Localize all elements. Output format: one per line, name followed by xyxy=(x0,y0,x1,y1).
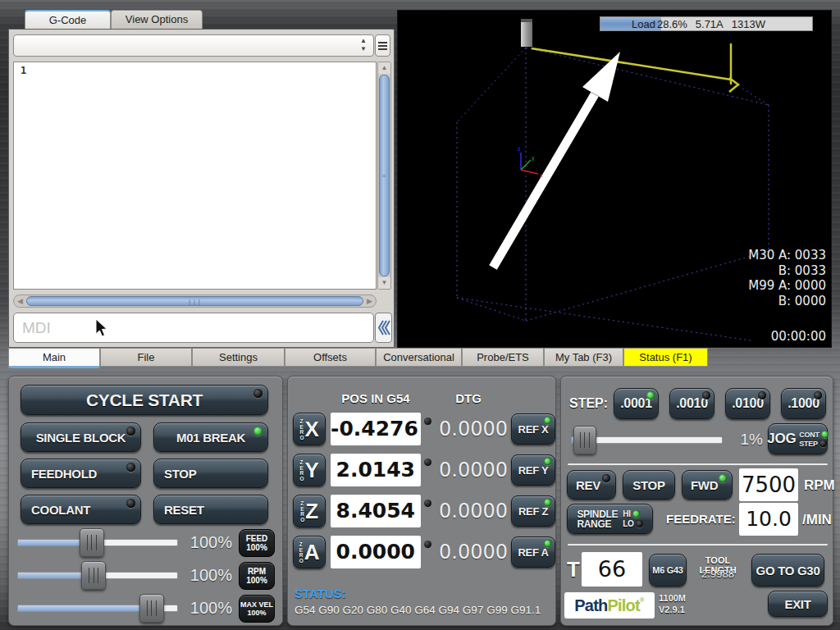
jog-cont-step-button[interactable]: JOG CONT STEP xyxy=(768,423,828,454)
tab-view-options-label: View Options xyxy=(126,13,188,25)
tab-file[interactable]: File xyxy=(100,348,192,367)
go-to-g30-button[interactable]: GO TO G30 xyxy=(751,554,824,587)
ref-y-button[interactable]: REF Y xyxy=(511,454,555,486)
ref-a-button[interactable]: REF A xyxy=(511,536,555,568)
vertical-scroll-thumb[interactable]: = xyxy=(379,75,390,276)
scroll-right-icon[interactable]: ▶ xyxy=(363,295,376,307)
tab-main[interactable]: Main xyxy=(8,348,100,368)
tab-status-f1[interactable]: Status (F1) xyxy=(623,348,708,367)
gcode-editor[interactable]: 1 xyxy=(13,62,377,290)
maxvel-handle[interactable] xyxy=(139,594,164,623)
scroll-left-icon[interactable]: ◀ xyxy=(14,295,26,307)
exit-label: EXIT xyxy=(784,597,810,611)
maxvel-100-button[interactable]: MAX VEL 100% xyxy=(239,595,275,623)
spindle-range-button[interactable]: SPINDLE RANGE HI LO xyxy=(567,504,653,534)
tab-view-options[interactable]: View Options xyxy=(111,10,203,29)
rpm-override-slider[interactable] xyxy=(17,572,178,579)
jog-cont-led xyxy=(821,431,829,438)
feedrate-label: FEEDRATE: xyxy=(666,512,735,526)
y-pos-field[interactable]: 2.0143 xyxy=(331,454,421,486)
tool-cylinder xyxy=(521,19,532,47)
gcode-horizontal-scrollbar[interactable]: ◀ | | | ▶ xyxy=(13,294,377,308)
tab-my-tab-f3[interactable]: My Tab (F3) xyxy=(544,348,623,367)
feedhold-led xyxy=(126,463,135,472)
ref-a-label: REF A xyxy=(518,546,548,559)
scroll-up-icon[interactable]: ▲ xyxy=(378,62,390,74)
tab-probe-ets[interactable]: Probe/ETS xyxy=(462,348,544,367)
feed-override-slider[interactable] xyxy=(17,539,178,546)
zero-x-letter: X xyxy=(305,418,319,440)
spindle-hi-led xyxy=(632,510,640,518)
tab-gcode[interactable]: G-Code xyxy=(25,10,111,30)
axis-z-label: z xyxy=(518,146,521,152)
step-0001-button[interactable]: .0001 xyxy=(614,388,659,419)
ref-x-led xyxy=(544,417,551,424)
coolant-button[interactable]: COOLANT xyxy=(21,495,141,524)
gcode-body: ▲▼ 1 ▲ = ▼ ◀ | | | ▶ xyxy=(8,29,395,348)
feed-override-handle[interactable] xyxy=(80,528,104,557)
spindle-rev-button[interactable]: REV xyxy=(567,470,616,500)
zero-x-button[interactable]: ZERO X xyxy=(293,413,326,445)
a-pos-field[interactable]: 0.0000 xyxy=(331,536,421,568)
cycle-start-button[interactable]: CYCLE START xyxy=(21,385,268,415)
tool-number-field[interactable]: 66 xyxy=(582,552,642,587)
horizontal-scroll-thumb[interactable]: | | | xyxy=(26,296,363,306)
zero-z-button[interactable]: ZERO Z xyxy=(293,495,326,527)
combobox-spinner-icon[interactable]: ▲▼ xyxy=(357,37,370,54)
step-0010-button[interactable]: .0010 xyxy=(669,388,714,419)
step-0100-button[interactable]: .0100 xyxy=(725,388,770,419)
exit-button[interactable]: EXIT xyxy=(768,591,828,617)
hamburger-menu-button[interactable] xyxy=(375,34,390,57)
zero-y-button[interactable]: ZERO Y xyxy=(293,454,326,486)
x-pos-field[interactable]: -0.4276 xyxy=(331,413,421,445)
jog-speed-slider[interactable] xyxy=(571,436,723,444)
step-1000-button[interactable]: .1000 xyxy=(781,388,826,419)
feed-100-label1: FEED xyxy=(246,534,268,544)
spindle-fwd-button[interactable]: FWD xyxy=(682,470,733,500)
tab-gcode-label: G-Code xyxy=(49,14,87,26)
zero-a-button[interactable]: ZERO A xyxy=(293,536,326,568)
jog-step-led xyxy=(819,440,827,447)
step-0100-led xyxy=(758,391,766,399)
ref-x-button[interactable]: REF X xyxy=(511,413,555,445)
m6-g43-button[interactable]: M6 G43 xyxy=(649,554,687,587)
tab-conversational[interactable]: Conversational xyxy=(376,348,462,367)
tab-settings[interactable]: Settings xyxy=(192,348,285,367)
scroll-down-icon[interactable]: ▼ xyxy=(378,277,390,289)
mdi-collapse-button[interactable] xyxy=(375,313,392,343)
mdi-input[interactable] xyxy=(13,313,374,343)
feed-100-label2: 100% xyxy=(246,543,267,553)
single-block-button[interactable]: SINGLE BLOCK xyxy=(21,422,141,452)
status-gcodes: G54 G90 G20 G80 G40 G64 G94 G97 G99 G91.… xyxy=(294,604,555,616)
feedrate-field[interactable]: 10.0 xyxy=(739,503,798,536)
stop-button[interactable]: STOP xyxy=(153,459,268,488)
rpm-override-handle[interactable] xyxy=(81,561,106,590)
toolpath-viewport[interactable]: z y x Load28.6%5.71A1313W M30 A: 0033 B:… xyxy=(397,10,832,348)
jog-speed-handle[interactable] xyxy=(573,426,596,454)
spindle-lo-row: LO xyxy=(623,519,642,528)
direction-arrow xyxy=(493,52,620,267)
feed-100-button[interactable]: FEED 100% xyxy=(239,529,275,557)
z-pos-field[interactable]: 8.4054 xyxy=(331,495,421,527)
spindle-stop-button[interactable]: STOP xyxy=(623,470,675,500)
load-percent: 28.6% xyxy=(657,18,687,30)
counter-m99-b: B: 0000 xyxy=(748,294,826,309)
spindle-lo-led xyxy=(636,520,643,527)
z-dtg-value: 0.0000 xyxy=(429,495,508,527)
rpm-field[interactable]: 7500 xyxy=(739,468,798,501)
m01-break-button[interactable]: M01 BREAK xyxy=(153,422,268,452)
reset-button[interactable]: RESET xyxy=(153,495,268,524)
jog-step-label: STEP xyxy=(799,440,817,448)
feed-override-fill xyxy=(18,540,80,546)
rpm-100-button[interactable]: RPM 100% xyxy=(239,562,275,590)
gcode-file-combobox[interactable]: ▲▼ xyxy=(13,34,374,57)
coolant-led xyxy=(126,499,135,508)
gcode-vertical-scrollbar[interactable]: ▲ = ▼ xyxy=(377,62,391,290)
tab-offsets[interactable]: Offsets xyxy=(285,348,376,367)
ref-y-label: REF Y xyxy=(518,464,549,477)
rpm-override-fill xyxy=(18,573,82,578)
rpm-100-label2: 100% xyxy=(246,576,267,586)
ref-z-button[interactable]: REF Z xyxy=(511,495,555,527)
feedhold-button[interactable]: FEEDHOLD xyxy=(21,459,141,488)
maxvel-slider[interactable] xyxy=(17,605,178,612)
